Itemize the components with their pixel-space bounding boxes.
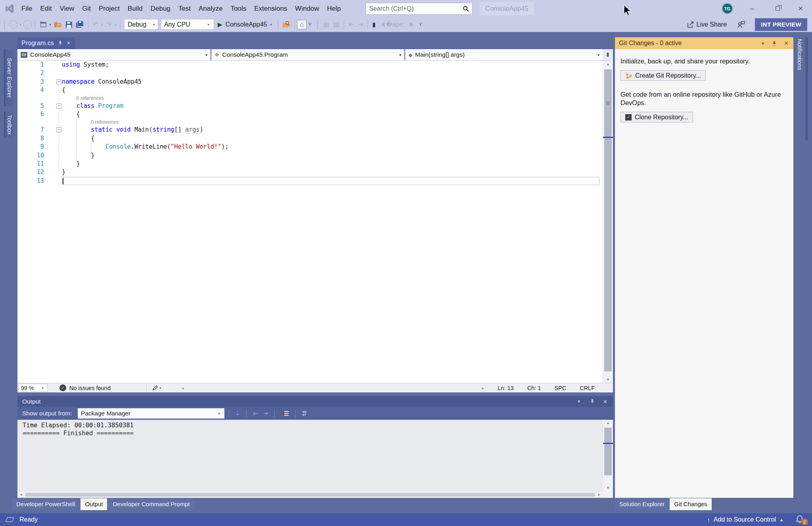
type-dropdown[interactable]: ❖ ConsoleApp45.Program ▾ (211, 49, 405, 60)
code-cleanup-icon[interactable]: ▾ (152, 385, 163, 391)
tab-server-explorer[interactable]: Server Explorer (4, 49, 13, 107)
codelens-references[interactable]: 0 references (77, 95, 104, 102)
menu-tools[interactable]: Tools (227, 0, 251, 17)
scroll-right-icon[interactable]: ▸ (598, 492, 600, 497)
notifications-bell-button[interactable]: 2 (795, 515, 806, 524)
word-wrap-icon[interactable]: ab↵ (303, 410, 307, 417)
code-line[interactable]: 7 static void Main(string[] args) (17, 126, 603, 134)
tab-notifications[interactable]: Notifications (795, 37, 805, 101)
code-line[interactable]: 5 class Program (17, 102, 603, 110)
output-vertical-scrollbar[interactable]: ▲ ▼ (603, 420, 613, 498)
start-debugging-button[interactable]: ▶ ConsoleApp45 ▾ (218, 21, 273, 28)
clone-repository-button[interactable]: ✓ Clone Repository... (620, 112, 693, 122)
project-dropdown[interactable]: ConsoleApp45 ▾ (17, 49, 211, 60)
tab-program-cs[interactable]: Program.cs ✕ (17, 37, 75, 49)
clear-all-icon[interactable]: ✕ (282, 410, 289, 417)
int-preview-button[interactable]: INT PREVIEW (755, 18, 807, 31)
redo-dropdown-icon[interactable]: ▾ (115, 23, 117, 27)
code-text[interactable]: } (62, 160, 599, 168)
current-line[interactable] (62, 177, 599, 185)
menu-file[interactable]: File (17, 0, 36, 17)
code-line[interactable]: 9 Console.WriteLine("Hello World!"); (17, 143, 603, 151)
previous-bookmark-icon[interactable]: ◄�ape; (379, 21, 404, 28)
tab-developer-command-prompt[interactable]: Developer Command Prompt (108, 498, 194, 510)
scroll-left-icon[interactable]: ◂ (182, 385, 184, 391)
git-changes-header[interactable]: Git Changes - 0 active ▼ ✕ (615, 37, 793, 49)
menu-git[interactable]: Git (78, 0, 95, 17)
code-editor[interactable]: 1using System;23namespace ConsoleApp454{… (17, 61, 613, 383)
menu-project[interactable]: Project (95, 0, 124, 17)
output-horizontal-scrollbar[interactable]: ◂ ▸ (17, 491, 603, 498)
navigate-backward-icon[interactable]: ← (9, 20, 17, 29)
code-text[interactable]: class Program (62, 102, 599, 110)
code-text[interactable]: using System; (62, 61, 599, 69)
solution-platform-dropdown[interactable]: Any CPU ▾ (161, 19, 214, 30)
chevron-up-icon[interactable]: ▲ (779, 518, 783, 522)
next-bookmark-icon[interactable]: ► (409, 21, 415, 28)
avatar[interactable]: TG (722, 3, 733, 14)
parameter-info-icon[interactable]: ▥ (333, 21, 339, 28)
scroll-left-icon[interactable]: ◂ (20, 492, 22, 497)
window-position-icon[interactable]: ▼ (577, 399, 581, 404)
new-project-dropdown-icon[interactable]: ▾ (50, 23, 52, 27)
menu-debug[interactable]: Debug (147, 0, 174, 17)
navigate-backward-dropdown-icon[interactable]: ▾ (19, 23, 21, 27)
solution-configuration-dropdown[interactable]: Debug ▾ (124, 19, 158, 30)
code-line[interactable]: 10 } (17, 151, 603, 160)
code-line[interactable]: 3namespace ConsoleApp45 (17, 78, 603, 86)
zoom-dropdown[interactable]: 99 % ▾ (18, 384, 48, 392)
codelens-references[interactable]: 0 references (91, 119, 118, 126)
pin-icon[interactable] (58, 40, 63, 46)
scroll-right-icon[interactable]: ▸ (482, 385, 484, 391)
undo-icon[interactable]: ↶ (93, 21, 98, 28)
scroll-down-icon[interactable]: ▼ (603, 486, 613, 490)
live-share-label[interactable]: Live Share (697, 21, 727, 28)
scrollbar-thumb[interactable] (604, 69, 612, 371)
tab-output[interactable]: Output (80, 498, 107, 510)
next-message-icon[interactable]: ⇥ (263, 410, 268, 417)
close-window-button[interactable]: × (794, 0, 807, 17)
redo-icon[interactable]: ↷ (106, 21, 111, 28)
background-tasks-icon[interactable] (6, 517, 14, 522)
close-panel-icon[interactable]: ✕ (603, 398, 607, 405)
toolbar-overflow-icon[interactable]: ▾ (419, 23, 422, 26)
code-line[interactable]: 8 { (17, 134, 603, 143)
code-text[interactable]: static void Main(string[] args) (62, 126, 599, 134)
issues-check-icon[interactable]: ✓ (59, 384, 66, 391)
search-icon[interactable] (463, 6, 469, 12)
new-project-icon[interactable] (39, 21, 47, 28)
code-text[interactable] (62, 69, 599, 77)
toggle-bookmark-icon[interactable]: ▮ (372, 21, 375, 28)
save-all-icon[interactable] (76, 21, 84, 28)
find-in-files-icon[interactable] (282, 21, 290, 28)
pin-icon[interactable] (772, 41, 777, 46)
scroll-up-icon[interactable]: ▲ (603, 421, 613, 425)
code-text[interactable]: } (62, 151, 599, 160)
code-text[interactable]: } (62, 168, 599, 176)
previous-message-icon[interactable]: ⇤ (253, 410, 258, 417)
output-content[interactable]: Time Elapsed: 00:00:01.3850381 =========… (17, 420, 613, 498)
codelens-line[interactable]: 0 references (17, 95, 603, 102)
goto-message-icon[interactable]: ⇣ (235, 410, 240, 417)
feedback-icon[interactable] (737, 21, 745, 28)
code-text[interactable]: { (62, 134, 599, 143)
line-ending-indicator[interactable]: CRLF (580, 385, 595, 391)
menu-extensions[interactable]: Extensions (250, 0, 291, 17)
tab-git-changes[interactable]: Git Changes (670, 498, 711, 510)
restore-button[interactable] (771, 0, 784, 17)
tab-toolbox[interactable]: Toolbox (4, 112, 13, 138)
add-to-source-control-button[interactable]: Add to Source Control (714, 516, 776, 523)
scroll-down-icon[interactable]: ▼ (603, 377, 613, 382)
split-window-button[interactable]: ⇕ (603, 49, 613, 60)
code-text[interactable]: { (62, 110, 599, 119)
menu-analyze[interactable]: Analyze (195, 0, 226, 17)
tab-developer-powershell[interactable]: Developer PowerShell (12, 498, 79, 510)
minimize-button[interactable]: – (745, 0, 759, 17)
open-file-icon[interactable] (54, 21, 62, 28)
menu-help[interactable]: Help (323, 0, 345, 17)
create-git-repository-button[interactable]: Create Git Repository... (620, 70, 706, 81)
code-text[interactable]: Console.WriteLine("Hello World!"); (62, 143, 599, 151)
code-line[interactable]: 6 { (17, 110, 603, 119)
undo-dropdown-icon[interactable]: ▾ (101, 23, 103, 27)
code-line[interactable]: 12} (17, 168, 603, 176)
